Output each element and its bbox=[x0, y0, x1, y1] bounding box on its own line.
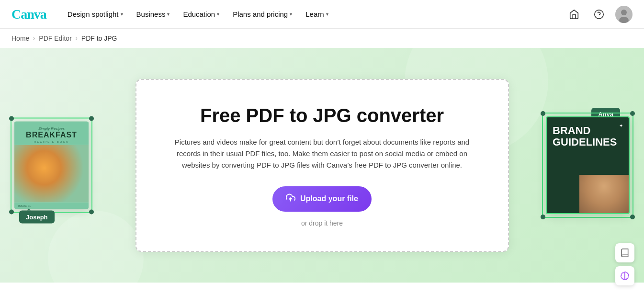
brand-star-icon: ✦ bbox=[619, 123, 623, 128]
book-header: Simply Recipes BREAKFAST RECIPE E-BOOK bbox=[14, 122, 89, 145]
brain-icon-button[interactable] bbox=[615, 266, 634, 285]
selection-dot-bl bbox=[9, 210, 14, 215]
book-image bbox=[14, 145, 89, 203]
deco-left-card: Simply Recipes BREAKFAST RECIPE E-BOOK I… bbox=[14, 122, 89, 209]
chevron-down-icon: ▾ bbox=[121, 11, 123, 17]
breadcrumb-separator: › bbox=[33, 35, 35, 42]
nav-item-design-spotlight[interactable]: Design spotlight ▾ bbox=[62, 6, 129, 22]
brand-image-half bbox=[547, 175, 629, 213]
nav-label: Plans and pricing bbox=[233, 10, 288, 18]
floating-icons bbox=[615, 243, 634, 285]
brand-title-line1: BRAND bbox=[553, 125, 623, 136]
nav-label: Learn bbox=[305, 10, 324, 18]
nav-items: Design spotlight ▾ Business ▾ Education … bbox=[62, 6, 565, 22]
joseph-label: Joseph bbox=[26, 214, 48, 221]
breadcrumb-current: PDF to JPG bbox=[81, 34, 117, 42]
home-icon-button[interactable] bbox=[565, 6, 583, 23]
book-title-small: Simply Recipes bbox=[18, 126, 85, 131]
drop-text: or drop it here bbox=[165, 219, 479, 227]
navbar: Canva Design spotlight ▾ Business ▾ Educ… bbox=[0, 0, 644, 29]
upload-button[interactable]: Upload your file bbox=[272, 186, 372, 212]
nav-right bbox=[565, 6, 633, 23]
svg-point-0 bbox=[595, 10, 603, 18]
book-subtitle: RECIPE E-BOOK bbox=[18, 140, 85, 143]
brand-card-wrapper: ✦ BRAND GUIDELINES bbox=[546, 116, 630, 214]
nav-label: Business bbox=[136, 10, 166, 18]
converter-description: Pictures and videos make for great conte… bbox=[174, 136, 471, 171]
brand-title-line2: GUIDELINES bbox=[553, 136, 623, 148]
nav-item-business[interactable]: Business ▾ bbox=[131, 6, 176, 22]
nav-label: Education bbox=[183, 10, 215, 18]
nav-label: Design spotlight bbox=[68, 10, 119, 18]
book-food-photo bbox=[14, 145, 89, 203]
converter-card: Free PDF to JPG converter Pictures and v… bbox=[136, 79, 509, 252]
brand-card-content: ✦ BRAND GUIDELINES bbox=[547, 117, 629, 175]
breadcrumb-separator: › bbox=[76, 35, 78, 42]
breadcrumb-pdf-editor[interactable]: PDF Editor bbox=[39, 34, 71, 42]
nav-item-education[interactable]: Education ▾ bbox=[177, 6, 225, 22]
sel-dot-bl bbox=[541, 215, 545, 219]
book-icon-button[interactable] bbox=[615, 243, 634, 262]
chevron-down-icon: ▾ bbox=[290, 11, 292, 17]
chevron-down-icon: ▾ bbox=[217, 11, 219, 17]
converter-title: Free PDF to JPG converter bbox=[165, 104, 479, 127]
book-card: Simply Recipes BREAKFAST RECIPE E-BOOK I… bbox=[14, 122, 89, 209]
book-card-wrapper: Simply Recipes BREAKFAST RECIPE E-BOOK I… bbox=[14, 122, 89, 209]
bg-decoration-2 bbox=[48, 211, 144, 283]
help-icon-button[interactable] bbox=[590, 6, 608, 23]
sel-dot-br bbox=[630, 215, 635, 219]
upload-button-label: Upload your file bbox=[300, 194, 358, 203]
hero-section: Simply Recipes BREAKFAST RECIPE E-BOOK I… bbox=[0, 48, 644, 283]
brand-card: ✦ BRAND GUIDELINES bbox=[546, 116, 630, 214]
chevron-down-icon: ▾ bbox=[167, 11, 169, 17]
breadcrumb: Home › PDF Editor › PDF to JPG bbox=[0, 29, 644, 48]
user-avatar[interactable] bbox=[615, 6, 633, 23]
sel-dot-tr bbox=[630, 111, 635, 116]
canva-logo[interactable]: Canva bbox=[11, 7, 46, 22]
svg-point-3 bbox=[621, 10, 627, 15]
book-title-big: BREAKFAST bbox=[18, 131, 85, 139]
deco-right-card: Anya ✦ BRAND GUIDELINES bbox=[546, 116, 630, 214]
nav-item-plans-pricing[interactable]: Plans and pricing ▾ bbox=[227, 6, 298, 22]
joseph-tag: Joseph bbox=[19, 211, 55, 224]
brand-face-image bbox=[579, 175, 629, 213]
brand-photo bbox=[579, 175, 629, 213]
chevron-down-icon: ▾ bbox=[326, 11, 328, 17]
breadcrumb-home[interactable]: Home bbox=[11, 34, 29, 42]
upload-icon bbox=[286, 193, 295, 205]
book-footer: ISSUE 01 bbox=[14, 203, 89, 209]
nav-item-learn[interactable]: Learn ▾ bbox=[300, 6, 334, 22]
